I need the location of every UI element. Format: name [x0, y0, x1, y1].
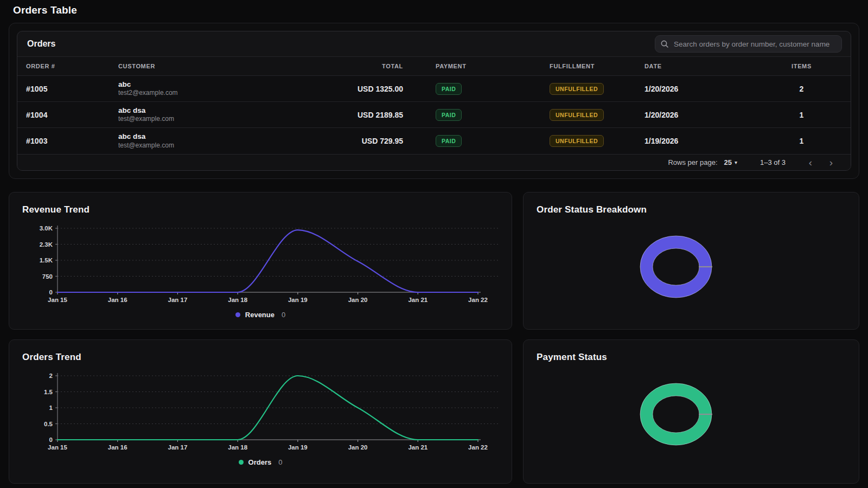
- orders-card-title: Orders: [27, 39, 55, 49]
- customer-cell: abc test2@example.com: [118, 80, 324, 98]
- order-date: 1/19/2026: [644, 137, 761, 145]
- orders-legend: Orders 0: [22, 458, 499, 466]
- revenue-legend-dot-icon: [235, 312, 240, 317]
- order-number: #1004: [26, 111, 118, 119]
- pagination-range: 1–3 of 3: [760, 158, 786, 166]
- order-items: 1: [761, 137, 842, 145]
- page-title: Orders Table: [13, 4, 859, 16]
- table-row[interactable]: #1005 abc test2@example.com USD 1325.00 …: [17, 76, 851, 102]
- svg-text:Jan 19: Jan 19: [288, 297, 308, 303]
- fulfillment-badge: UNFULFILLED: [550, 83, 604, 95]
- col-fulfillment: FULFILLMENT: [539, 63, 644, 69]
- svg-text:Jan 20: Jan 20: [348, 297, 368, 303]
- customer-email: test@example.com: [118, 115, 324, 123]
- order-items: 1: [761, 111, 842, 119]
- table-footer: Rows per page: 25 ▾ 1–3 of 3 ‹ ›: [17, 154, 851, 170]
- order-status-panel: Order Status Breakdown: [523, 192, 859, 330]
- svg-text:1.5: 1.5: [44, 389, 53, 395]
- svg-text:0.5: 0.5: [44, 421, 53, 427]
- svg-text:Jan 15: Jan 15: [48, 444, 67, 451]
- col-order-number: ORDER #: [26, 63, 118, 69]
- fulfillment-badge: UNFULFILLED: [550, 109, 604, 121]
- order-date: 1/20/2026: [644, 111, 761, 119]
- orders-section: Orders ORDER # CUSTOMER TOTAL PAYMENT FU…: [9, 23, 859, 179]
- svg-text:Jan 19: Jan 19: [288, 444, 308, 451]
- revenue-legend: Revenue 0: [22, 311, 499, 319]
- payment-badge: PAID: [436, 109, 462, 121]
- svg-text:1: 1: [49, 404, 53, 411]
- orders-trend-title: Orders Trend: [22, 352, 499, 363]
- customer-cell: abc dsa test@example.com: [118, 132, 324, 150]
- svg-text:Jan 16: Jan 16: [108, 297, 127, 303]
- revenue-trend-panel: Revenue Trend 07501.5K2.3K3.0KJan 15Jan …: [9, 192, 512, 330]
- col-customer: CUSTOMER: [118, 63, 324, 69]
- orders-legend-value: 0: [278, 458, 282, 466]
- fulfillment-badge: UNFULFILLED: [550, 135, 604, 147]
- order-status-title: Order Status Breakdown: [537, 204, 846, 215]
- revenue-legend-value: 0: [282, 311, 285, 319]
- revenue-trend-title: Revenue Trend: [22, 204, 499, 215]
- prev-page-button[interactable]: ‹: [804, 156, 817, 169]
- svg-text:Jan 17: Jan 17: [168, 444, 188, 451]
- svg-text:2.3K: 2.3K: [40, 241, 53, 248]
- fulfillment-cell: UNFULFILLED: [539, 83, 644, 95]
- orders-trend-chart: 00.511.52Jan 15Jan 16Jan 17Jan 18Jan 19J…: [22, 369, 500, 452]
- charts-row-2: Orders Trend 00.511.52Jan 15Jan 16Jan 17…: [9, 339, 859, 484]
- next-page-button[interactable]: ›: [825, 156, 838, 169]
- order-items: 2: [761, 85, 842, 93]
- payment-cell: PAID: [403, 109, 539, 121]
- rows-per-page-label: Rows per page:: [668, 158, 717, 166]
- svg-text:Jan 20: Jan 20: [348, 444, 368, 451]
- payment-status-title: Payment Status: [537, 352, 846, 363]
- orders-trend-panel: Orders Trend 00.511.52Jan 15Jan 16Jan 17…: [9, 339, 512, 484]
- svg-text:Jan 21: Jan 21: [408, 444, 427, 451]
- payment-status-donut-chart: [537, 369, 847, 461]
- table-body: #1005 abc test2@example.com USD 1325.00 …: [17, 76, 851, 154]
- fulfillment-cell: UNFULFILLED: [539, 109, 644, 121]
- table-row[interactable]: #1003 abc dsa test@example.com USD 729.9…: [17, 128, 851, 154]
- svg-text:Jan 16: Jan 16: [108, 444, 127, 451]
- order-total: USD 1325.00: [324, 85, 403, 93]
- search-input[interactable]: [655, 35, 842, 53]
- charts-row-1: Revenue Trend 07501.5K2.3K3.0KJan 15Jan …: [9, 192, 859, 330]
- svg-text:Jan 22: Jan 22: [468, 444, 488, 451]
- svg-text:Jan 21: Jan 21: [408, 297, 427, 303]
- order-number: #1005: [26, 85, 118, 93]
- search-orders-field[interactable]: [655, 35, 842, 53]
- order-status-donut-chart: [537, 222, 847, 314]
- table-row[interactable]: #1004 abc dsa test@example.com USD 2189.…: [17, 102, 851, 128]
- payment-badge: PAID: [436, 83, 462, 95]
- svg-text:750: 750: [42, 273, 53, 280]
- order-number: #1003: [26, 137, 118, 145]
- payment-badge: PAID: [436, 135, 462, 147]
- svg-text:Jan 22: Jan 22: [468, 297, 488, 303]
- payment-status-panel: Payment Status: [523, 339, 859, 484]
- rows-per-page-select[interactable]: 25 ▾: [724, 158, 738, 166]
- customer-name: abc: [118, 80, 324, 89]
- revenue-trend-chart: 07501.5K2.3K3.0KJan 15Jan 16Jan 17Jan 18…: [22, 222, 500, 304]
- svg-text:Jan 18: Jan 18: [228, 297, 247, 303]
- page: Orders Table Orders ORDER # CUSTOMER TOT…: [0, 0, 868, 484]
- col-payment: PAYMENT: [403, 63, 539, 69]
- svg-text:1.5K: 1.5K: [40, 257, 53, 264]
- rows-per-page-value: 25: [724, 158, 732, 166]
- orders-legend-dot-icon: [239, 460, 244, 465]
- order-date: 1/20/2026: [644, 85, 761, 93]
- col-date: DATE: [644, 63, 761, 69]
- customer-name: abc dsa: [118, 132, 324, 142]
- customer-email: test@example.com: [118, 142, 324, 150]
- svg-text:Jan 18: Jan 18: [228, 444, 247, 451]
- payment-cell: PAID: [403, 135, 539, 147]
- revenue-legend-label: Revenue: [245, 311, 275, 319]
- orders-card: Orders ORDER # CUSTOMER TOTAL PAYMENT FU…: [17, 31, 851, 171]
- customer-email: test2@example.com: [118, 89, 324, 97]
- svg-text:Jan 15: Jan 15: [48, 297, 67, 303]
- svg-text:2: 2: [49, 373, 53, 379]
- svg-text:Jan 17: Jan 17: [168, 297, 188, 303]
- customer-cell: abc dsa test@example.com: [118, 106, 324, 124]
- svg-text:3.0K: 3.0K: [40, 225, 53, 232]
- payment-cell: PAID: [403, 83, 539, 95]
- search-icon: [660, 40, 669, 48]
- orders-legend-label: Orders: [248, 458, 272, 466]
- col-total: TOTAL: [324, 63, 403, 69]
